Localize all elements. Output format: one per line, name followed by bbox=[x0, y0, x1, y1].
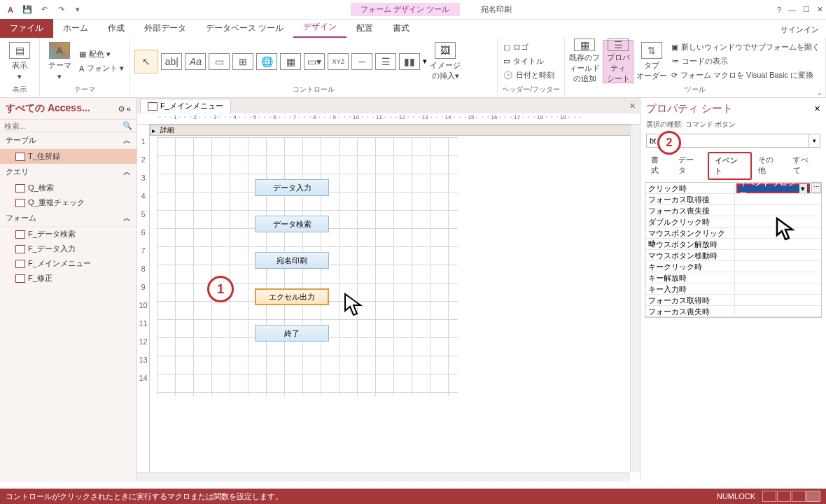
nav-search-input[interactable] bbox=[4, 122, 122, 130]
prop-value[interactable] bbox=[735, 272, 821, 283]
tab-tool-icon[interactable]: ⊞ bbox=[232, 53, 253, 70]
document-tab[interactable]: F_メインメニュー bbox=[140, 99, 231, 113]
prop-value[interactable] bbox=[735, 239, 821, 249]
nav-item-form[interactable]: F_データ入力 bbox=[0, 241, 136, 256]
scrollbar-horizontal[interactable] bbox=[137, 472, 630, 482]
builder-button[interactable]: ⋯ bbox=[811, 183, 821, 193]
nav-item-table[interactable]: T_住所録 bbox=[0, 149, 136, 164]
tab-external[interactable]: 外部データ bbox=[134, 19, 196, 38]
tab-arrange[interactable]: 配置 bbox=[346, 19, 383, 38]
tab-format[interactable]: 書式 bbox=[383, 19, 419, 38]
maximize-icon[interactable]: ☐ bbox=[803, 5, 810, 14]
nav-group-forms[interactable]: フォーム︽ bbox=[0, 210, 136, 227]
xyz-tool-icon[interactable]: XYZ bbox=[328, 53, 349, 70]
prop-row[interactable]: キークリック時 bbox=[645, 261, 821, 272]
button-tool-icon[interactable]: ▭ bbox=[209, 53, 230, 70]
show-code-button[interactable]: ≔コードの表示 bbox=[670, 55, 821, 68]
section-detail[interactable]: 詳細 bbox=[150, 125, 640, 136]
form-button-data-input[interactable]: データ入力 bbox=[255, 179, 329, 196]
prop-row[interactable]: フォーカス喪失後 bbox=[645, 205, 821, 216]
prop-row[interactable]: フォーカス取得時 bbox=[645, 295, 821, 306]
logo-button[interactable]: ▢ロゴ bbox=[502, 41, 556, 54]
close-icon[interactable]: ✕ bbox=[817, 5, 823, 14]
nav-item-form[interactable]: F_データ検索 bbox=[0, 227, 136, 241]
tab-home[interactable]: ホーム bbox=[53, 19, 98, 38]
prop-value[interactable] bbox=[735, 306, 821, 316]
signin-link[interactable]: サインイン bbox=[774, 22, 826, 38]
prop-row[interactable]: マウスボタンクリック時 bbox=[645, 227, 821, 239]
prop-row[interactable]: クリック時イベント プロシー▾⋯ bbox=[645, 183, 821, 194]
doc-close-icon[interactable]: ✕ bbox=[629, 102, 636, 111]
tab-dbtools[interactable]: データベース ツール bbox=[196, 19, 293, 38]
prop-close-icon[interactable]: ✕ bbox=[814, 104, 820, 113]
prop-value[interactable] bbox=[735, 194, 821, 204]
prop-value[interactable] bbox=[735, 295, 821, 305]
prop-row[interactable]: キー解放時 bbox=[645, 272, 821, 284]
views-button[interactable]: ▤ 表示▾ bbox=[4, 40, 35, 83]
line-tool-icon[interactable]: ─ bbox=[351, 53, 372, 70]
prop-value[interactable] bbox=[735, 227, 821, 238]
nav-group-queries[interactable]: クエリ︽ bbox=[0, 164, 136, 181]
title-button[interactable]: ▭タイトル bbox=[502, 55, 556, 68]
prop-value[interactable] bbox=[735, 261, 821, 272]
subform-button[interactable]: ▣新しいウィンドウでサブフォームを開く bbox=[670, 41, 821, 54]
prop-tab-all[interactable]: すべて bbox=[787, 152, 822, 180]
prop-value[interactable] bbox=[735, 250, 821, 260]
prop-tab-other[interactable]: その他 bbox=[752, 152, 787, 180]
themes-button[interactable]: A テーマ▾ bbox=[44, 40, 75, 83]
select-tool-icon[interactable]: ↖ bbox=[134, 50, 158, 74]
combo-tool-icon[interactable]: ▭▾ bbox=[304, 53, 325, 70]
prop-tab-event[interactable]: イベント bbox=[708, 152, 752, 180]
collapse-ribbon-icon[interactable]: ˄ bbox=[818, 92, 822, 102]
canvas[interactable]: 1234567891011121314 詳細 データ入力 データ検索 宛名印刷 … bbox=[137, 125, 640, 482]
fonts-button[interactable]: Aフォント ▾ bbox=[78, 62, 125, 75]
prop-value[interactable] bbox=[735, 284, 821, 294]
qat-dropdown-icon[interactable]: ▾ bbox=[70, 2, 85, 18]
redo-icon[interactable]: ↷ bbox=[53, 2, 69, 18]
view-layout-icon[interactable] bbox=[792, 491, 806, 502]
property-sheet-button[interactable]: ☰プロパティ シート bbox=[603, 40, 634, 83]
scrollbar-vertical[interactable] bbox=[630, 125, 640, 472]
prop-row[interactable]: キー入力時 bbox=[645, 284, 821, 295]
label-tool-icon[interactable]: Aa bbox=[185, 53, 206, 70]
datetime-button[interactable]: 🕒日付と時刻 bbox=[502, 69, 556, 82]
nav-item-query[interactable]: Q_検索 bbox=[0, 181, 136, 195]
form-button-exit[interactable]: 終了 bbox=[255, 325, 329, 342]
design-grid[interactable]: データ入力 データ検索 宛名印刷 エクセル出力 終了 bbox=[157, 137, 458, 396]
search-icon[interactable]: 🔍 bbox=[122, 121, 132, 130]
controls-more-icon[interactable]: ▾ bbox=[423, 57, 427, 66]
nav-dropdown-icon[interactable]: ⊙ « bbox=[118, 104, 131, 113]
nav-item-form[interactable]: F_修正 bbox=[0, 271, 136, 286]
undo-icon[interactable]: ↶ bbox=[36, 2, 52, 18]
help-icon[interactable]: ? bbox=[777, 6, 781, 14]
minimize-icon[interactable]: — bbox=[788, 6, 796, 14]
tab-design[interactable]: デザイン bbox=[293, 18, 346, 38]
convert-macro-button[interactable]: ⟳フォーム マクロを Visual Basic に変換 bbox=[670, 69, 821, 82]
colors-button[interactable]: ▦配色 ▾ bbox=[78, 48, 125, 61]
prop-value[interactable] bbox=[735, 205, 821, 216]
prop-value[interactable] bbox=[735, 216, 821, 227]
form-button-excel-output[interactable]: エクセル出力 bbox=[255, 288, 329, 305]
save-icon[interactable]: 💾 bbox=[20, 2, 35, 18]
prop-tab-data[interactable]: データ bbox=[672, 152, 707, 180]
nav-item-form[interactable]: F_メインメニュー bbox=[0, 256, 136, 271]
prop-row[interactable]: マウスボタン解放時 bbox=[645, 239, 821, 250]
prop-row[interactable]: フォーカス喪失時 bbox=[645, 306, 821, 317]
chevron-down-icon[interactable]: ▾ bbox=[809, 134, 820, 148]
nav-group-tables[interactable]: テーブル︽ bbox=[0, 132, 136, 149]
list-tool-icon[interactable]: ☰ bbox=[375, 53, 396, 70]
insert-image-button[interactable]: 🖼 イメージ の挿入▾ bbox=[430, 40, 461, 83]
form-button-data-search[interactable]: データ検索 bbox=[255, 216, 329, 232]
view-datasheet-icon[interactable] bbox=[777, 491, 791, 502]
prop-tab-format[interactable]: 書式 bbox=[645, 152, 672, 180]
tab-order-button[interactable]: ⇅タブ オーダー bbox=[636, 40, 667, 83]
form-button-print[interactable]: 宛名印刷 bbox=[255, 252, 329, 269]
link-tool-icon[interactable]: 🌐 bbox=[256, 53, 277, 70]
view-form-icon[interactable] bbox=[762, 491, 776, 502]
prop-value[interactable]: イベント プロシー▾ bbox=[735, 183, 811, 193]
prop-row[interactable]: フォーカス取得後 bbox=[645, 194, 821, 205]
view-design-icon[interactable] bbox=[806, 491, 820, 502]
app-icon[interactable]: A bbox=[3, 2, 18, 18]
nav-item-query[interactable]: Q_重複チェック bbox=[0, 195, 136, 210]
nav-tool-icon[interactable]: ▦ bbox=[280, 53, 301, 70]
